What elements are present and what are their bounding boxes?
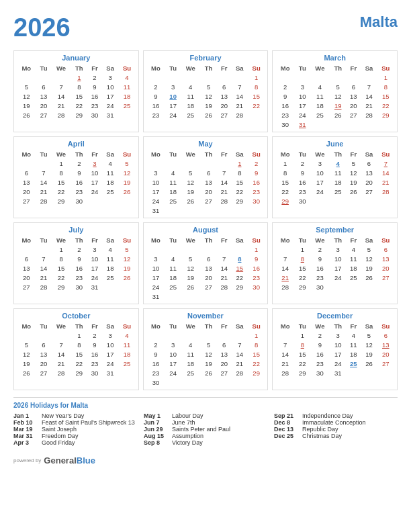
weekday-header-mo: Mo bbox=[275, 322, 295, 330]
weekday-header-fr: Fr bbox=[217, 322, 232, 330]
day-cell: 12 bbox=[118, 168, 135, 177]
holiday-date: Jun 29 bbox=[144, 426, 169, 433]
day-cell: 29 bbox=[248, 368, 265, 378]
weekday-header-fr: Fr bbox=[346, 236, 361, 245]
day-cell bbox=[36, 159, 52, 168]
day-cell: 22 bbox=[51, 273, 71, 282]
day-cell: 20 bbox=[346, 101, 361, 110]
day-cell: 6 bbox=[36, 340, 52, 349]
holiday-date: Apr 3 bbox=[13, 439, 39, 446]
weekday-header-sa: Sa bbox=[232, 64, 248, 73]
weekday-header-tu: Tu bbox=[36, 150, 52, 159]
day-cell: 22 bbox=[232, 273, 248, 282]
weekday-header-sa: Sa bbox=[361, 322, 377, 330]
day-cell: 12 bbox=[361, 340, 377, 349]
day-cell: 15 bbox=[248, 349, 265, 359]
day-cell: 28 bbox=[232, 110, 248, 120]
day-cell bbox=[181, 292, 200, 301]
day-cell: 10 bbox=[102, 340, 118, 349]
day-cell bbox=[232, 245, 248, 254]
day-cell bbox=[17, 330, 36, 340]
day-cell: 30 bbox=[248, 282, 265, 292]
day-cell bbox=[377, 282, 394, 292]
weekday-header-su: Su bbox=[118, 64, 135, 73]
weekday-header-tu: Tu bbox=[36, 64, 52, 73]
holiday-date: Aug 15 bbox=[144, 433, 169, 439]
day-cell: 14 bbox=[275, 349, 295, 359]
day-cell bbox=[248, 292, 265, 301]
day-cell: 27 bbox=[36, 368, 52, 378]
day-cell: 5 bbox=[361, 245, 377, 254]
day-cell: 28 bbox=[232, 368, 248, 378]
holiday-item: Feb 10Feast of Saint Paul's Shipwreck 13 bbox=[13, 419, 137, 426]
holiday-item: Sep 21Independence Day bbox=[274, 412, 398, 419]
powered-by-text: powered by bbox=[13, 457, 41, 463]
holiday-name: Victory Day bbox=[172, 439, 203, 446]
day-cell: 30 bbox=[87, 110, 102, 120]
day-cell: 7 bbox=[275, 340, 295, 349]
day-cell: 14 bbox=[232, 349, 248, 359]
holiday-date: Dec 8 bbox=[274, 419, 300, 426]
day-cell: 18 bbox=[310, 101, 330, 110]
day-cell: 22 bbox=[232, 187, 248, 196]
day-cell: 4 bbox=[165, 168, 181, 177]
weekday-header-th: Th bbox=[200, 236, 216, 245]
day-cell bbox=[330, 196, 346, 206]
weekday-header-we: We bbox=[51, 150, 71, 159]
cal-table-november: MoTuWeThFrSaSu12345678910111213141516171… bbox=[146, 322, 265, 387]
weekday-header-tu: Tu bbox=[165, 322, 181, 330]
day-cell: 11 bbox=[118, 340, 135, 349]
day-cell: 27 bbox=[377, 273, 394, 282]
day-cell: 26 bbox=[200, 110, 216, 120]
day-cell: 30 bbox=[248, 196, 265, 206]
day-cell bbox=[310, 196, 330, 206]
holiday-item: Aug 15Assumption bbox=[144, 433, 267, 439]
day-cell bbox=[200, 159, 216, 168]
day-cell: 23 bbox=[146, 110, 166, 120]
day-cell: 14 bbox=[36, 263, 52, 273]
cal-table-december: MoTuWeThFrSaSu12345678910111213141516171… bbox=[275, 322, 394, 378]
day-cell bbox=[181, 330, 200, 340]
holiday-item: Jun 7June 7th bbox=[144, 419, 267, 426]
weekday-header-th: Th bbox=[200, 322, 216, 330]
day-cell: 16 bbox=[71, 177, 87, 187]
day-cell bbox=[200, 330, 216, 340]
day-cell: 4 bbox=[346, 330, 361, 340]
day-cell: 21 bbox=[275, 359, 295, 368]
weekday-header-mo: Mo bbox=[17, 236, 36, 245]
day-cell: 9 bbox=[275, 91, 295, 101]
holiday-name: Freedom Day bbox=[42, 433, 79, 439]
day-cell: 17 bbox=[330, 349, 346, 359]
day-cell: 10 bbox=[330, 254, 346, 263]
weekday-header-fr: Fr bbox=[346, 64, 361, 73]
day-cell: 25 bbox=[330, 187, 346, 196]
day-cell: 15 bbox=[377, 91, 394, 101]
day-cell bbox=[146, 330, 166, 340]
holiday-date: Mar 19 bbox=[13, 426, 39, 433]
day-cell: 19 bbox=[17, 101, 36, 110]
day-cell: 20 bbox=[217, 359, 232, 368]
day-cell: 2 bbox=[146, 82, 166, 91]
holiday-date: Feb 10 bbox=[13, 419, 39, 426]
day-cell: 9 bbox=[146, 349, 166, 359]
month-title-october: October bbox=[17, 312, 136, 320]
holiday-item: Mar 31Freedom Day bbox=[13, 433, 137, 439]
day-cell: 13 bbox=[200, 177, 216, 187]
day-cell: 6 bbox=[17, 168, 36, 177]
day-cell: 28 bbox=[275, 368, 295, 378]
weekday-header-su: Su bbox=[248, 150, 265, 159]
day-cell bbox=[232, 378, 248, 387]
day-cell: 18 bbox=[181, 359, 200, 368]
day-cell: 20 bbox=[377, 263, 394, 273]
day-cell: 10 bbox=[146, 177, 166, 187]
day-cell: 29 bbox=[71, 110, 87, 120]
day-cell: 29 bbox=[51, 196, 71, 206]
day-cell bbox=[330, 282, 346, 292]
day-cell bbox=[36, 330, 52, 340]
holidays-col1: Jan 1New Year's DayFeb 10Feast of Saint … bbox=[13, 412, 137, 446]
month-title-august: August bbox=[146, 226, 265, 234]
day-cell: 2 bbox=[71, 159, 87, 168]
day-cell: 7 bbox=[232, 82, 248, 91]
weekday-header-fr: Fr bbox=[217, 150, 232, 159]
day-cell: 26 bbox=[118, 187, 135, 196]
